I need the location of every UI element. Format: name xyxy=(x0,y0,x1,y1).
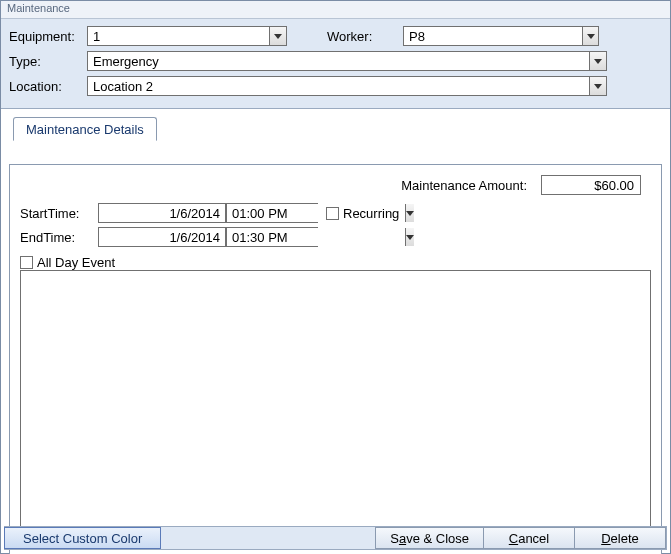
equipment-label: Equipment: xyxy=(9,29,87,44)
chevron-down-icon xyxy=(274,34,282,39)
window-title: Maintenance xyxy=(1,1,670,19)
content-area: Maintenance Details Maintenance Amount: … xyxy=(1,109,670,554)
location-combo[interactable] xyxy=(87,76,607,96)
footer-spacer xyxy=(161,527,376,549)
allday-checkbox[interactable] xyxy=(20,256,33,269)
header-form: Equipment: Worker: Type: xyxy=(1,19,670,109)
start-date-input[interactable] xyxy=(98,203,226,223)
type-input[interactable] xyxy=(88,52,589,70)
end-time-combo[interactable] xyxy=(226,227,318,247)
end-date-input[interactable] xyxy=(98,227,226,247)
start-time-dropdown-button[interactable] xyxy=(405,204,414,222)
footer-toolbar: Select Custom Color Save & Close Cancel … xyxy=(4,526,667,550)
location-dropdown-button[interactable] xyxy=(589,77,606,95)
location-input[interactable] xyxy=(88,77,589,95)
tab-strip: Maintenance Details xyxy=(9,117,662,141)
worker-combo[interactable] xyxy=(403,26,599,46)
maintenance-window: Maintenance Equipment: Worker: Type: xyxy=(0,0,671,554)
start-time-combo[interactable] xyxy=(226,203,318,223)
allday-label: All Day Event xyxy=(37,255,115,270)
worker-label: Worker: xyxy=(327,29,383,44)
chevron-down-icon xyxy=(594,59,602,64)
worker-input[interactable] xyxy=(404,27,582,45)
chevron-down-icon xyxy=(406,211,414,216)
type-combo[interactable] xyxy=(87,51,607,71)
tab-maintenance-details[interactable]: Maintenance Details xyxy=(13,117,157,141)
end-time-dropdown-button[interactable] xyxy=(405,228,414,246)
chevron-down-icon xyxy=(406,235,414,240)
recurring-checkbox[interactable] xyxy=(326,207,339,220)
equipment-dropdown-button[interactable] xyxy=(269,27,286,45)
recurring-label: Recurring xyxy=(343,206,399,221)
type-label: Type: xyxy=(9,54,87,69)
chevron-down-icon xyxy=(587,34,595,39)
maintenance-details-panel: Maintenance Amount: StartTime: Recurring xyxy=(9,164,662,554)
chevron-down-icon xyxy=(594,84,602,89)
save-close-button[interactable]: Save & Close xyxy=(375,527,484,549)
end-time-input[interactable] xyxy=(227,228,405,246)
maintenance-amount-label: Maintenance Amount: xyxy=(401,178,527,193)
endtime-label: EndTime: xyxy=(20,230,98,245)
maintenance-amount-input[interactable] xyxy=(541,175,641,195)
select-custom-color-button[interactable]: Select Custom Color xyxy=(4,527,161,549)
starttime-label: StartTime: xyxy=(20,206,98,221)
type-dropdown-button[interactable] xyxy=(589,52,606,70)
worker-dropdown-button[interactable] xyxy=(582,27,598,45)
cancel-button[interactable]: Cancel xyxy=(483,527,575,549)
location-label: Location: xyxy=(9,79,87,94)
equipment-combo[interactable] xyxy=(87,26,287,46)
equipment-input[interactable] xyxy=(88,27,269,45)
delete-button[interactable]: Delete xyxy=(574,527,666,549)
notes-textarea[interactable] xyxy=(20,270,651,548)
